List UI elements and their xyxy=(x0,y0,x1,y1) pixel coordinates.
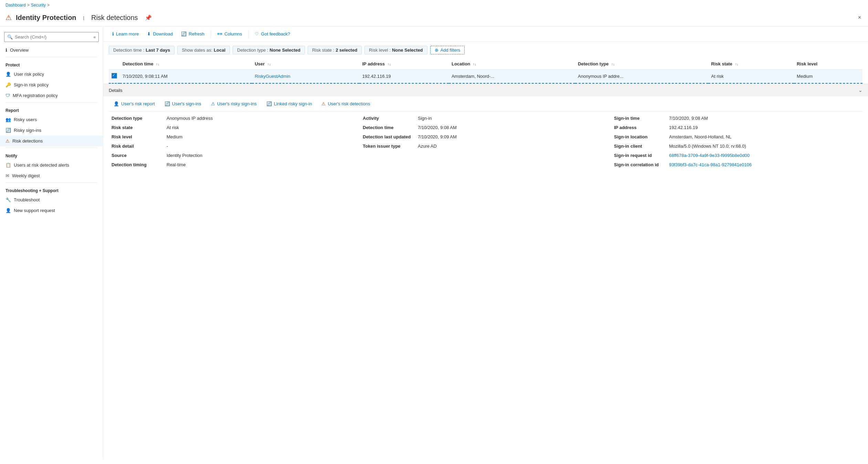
tab-signins-icon: 🔄 xyxy=(165,101,170,106)
filter-detection-time[interactable]: Detection time : Last 7 days xyxy=(109,46,174,54)
refresh-icon: 🔄 xyxy=(181,31,187,36)
row-detection-time: 7/10/2020, 9:08:11 AM xyxy=(120,70,252,84)
sort-icon-ip: ↑↓ xyxy=(388,62,391,66)
sidebar-item-mfa-policy[interactable]: 🛡 MFA registration policy xyxy=(0,90,103,101)
tab-linked-risky[interactable]: 🔄 Linked risky sign-in xyxy=(262,99,317,108)
close-button[interactable]: × xyxy=(857,13,862,22)
row-checkbox[interactable] xyxy=(109,70,120,84)
filter-show-dates[interactable]: Show dates as: Local xyxy=(177,46,230,54)
col-user[interactable]: User ↑↓ xyxy=(252,59,359,70)
columns-button[interactable]: ≡≡ Columns xyxy=(214,29,245,39)
search-input[interactable] xyxy=(15,34,91,40)
sidebar-item-risk-detections[interactable]: ⚠ Risk detections xyxy=(0,136,103,146)
page-title: Identity Protection xyxy=(16,14,76,22)
learn-more-button[interactable]: ℹ Learn more xyxy=(109,29,142,39)
nav-divider-4 xyxy=(6,182,97,183)
details-grid: Detection type Anonymous IP address Risk… xyxy=(109,112,862,176)
collapse-button[interactable]: « xyxy=(93,35,96,40)
support-icon: 👤 xyxy=(6,208,11,213)
detail-row-risk-state: Risk state At risk xyxy=(112,125,357,130)
detail-row-signin-time: Sign-in time 7/10/2020, 9:08 AM xyxy=(614,116,860,121)
col-location[interactable]: Location ↑↓ xyxy=(449,59,575,70)
filter-detection-type[interactable]: Detection type : None Selected xyxy=(233,46,305,54)
tab-users-signins[interactable]: 🔄 User's sign-ins xyxy=(160,99,206,108)
risk-detections-icon: ⚠ xyxy=(6,138,10,144)
col-risk-level[interactable]: Risk level xyxy=(794,59,862,70)
chevron-down-icon: ⌄ xyxy=(858,87,862,93)
row-risk-level: Medium xyxy=(794,70,862,84)
tab-risky-icon: ⚠ xyxy=(211,101,215,106)
detail-row-risk-level: Risk level Medium xyxy=(112,134,357,139)
col-detection-type[interactable]: Detection type ↑↓ xyxy=(575,59,708,70)
table-header-row: Detection time ↑↓ User ↑↓ IP address ↑↓ xyxy=(109,59,862,70)
sidebar-item-weekly-digest[interactable]: ✉ Weekly digest xyxy=(0,170,103,181)
filter-risk-state[interactable]: Risk state : 2 selected xyxy=(308,46,362,54)
nav-divider xyxy=(6,57,97,57)
user-icon: 👤 xyxy=(6,72,11,77)
download-icon: ⬇ xyxy=(147,31,151,36)
sidebar-item-risky-signins[interactable]: 🔄 Risky sign-ins xyxy=(0,125,103,136)
request-id-link[interactable]: 68ff678a-3709-4a9f-9e33-f9995b8e0d00 xyxy=(669,153,750,158)
toolbar-divider xyxy=(211,30,211,38)
overview-icon: ℹ xyxy=(6,48,7,53)
detail-row-signin-location: Sign-in location Amsterdam, Noord-Hollan… xyxy=(614,134,860,139)
details-col1: Detection type Anonymous IP address Risk… xyxy=(109,116,360,171)
sort-icon: ↑↓ xyxy=(156,62,159,66)
breadcrumb-security[interactable]: Security xyxy=(31,3,46,8)
col-detection-time[interactable]: Detection time ↑↓ xyxy=(120,59,252,70)
sub-tabs: 👤 User's risk report 🔄 User's sign-ins ⚠… xyxy=(109,96,862,112)
notify-section-label: Notify xyxy=(0,149,103,160)
sidebar-item-risky-users[interactable]: 👥 Risky users xyxy=(0,114,103,125)
feedback-button[interactable]: ♡ Got feedback? xyxy=(251,29,294,39)
details-content: 👤 User's risk report 🔄 User's sign-ins ⚠… xyxy=(103,96,868,176)
mail-icon: ✉ xyxy=(6,173,9,178)
download-button[interactable]: ⬇ Download xyxy=(144,29,176,39)
pin-icon[interactable]: 📌 xyxy=(145,14,152,21)
tab-users-risk-icon: 👤 xyxy=(114,101,119,106)
sort-icon-risk-state: ↑↓ xyxy=(735,62,738,66)
sort-icon-location: ↑↓ xyxy=(473,62,476,66)
sidebar-item-new-support[interactable]: 👤 New support request xyxy=(0,205,103,216)
search-box[interactable]: 🔍 « xyxy=(4,32,99,42)
breadcrumb: Dashboard > Security > xyxy=(0,0,868,10)
detail-row-risk-detail: Risk detail - xyxy=(112,144,357,149)
support-section-label: Troubleshooting + Support xyxy=(0,184,103,194)
filter-risk-level[interactable]: Risk level : None Selected xyxy=(364,46,427,54)
tab-risk-detections[interactable]: ⚠ User's risk detections xyxy=(317,99,375,108)
content-area: ℹ Learn more ⬇ Download 🔄 Refresh ≡≡ Col… xyxy=(103,27,868,460)
detail-row-source: Source Identity Protection xyxy=(112,153,357,158)
col-risk-state[interactable]: Risk state ↑↓ xyxy=(708,59,794,70)
details-bar[interactable]: Details ⌄ xyxy=(103,84,868,96)
col-ip[interactable]: IP address ↑↓ xyxy=(359,59,448,70)
risky-users-icon: 👥 xyxy=(6,117,11,122)
alert-icon: 📋 xyxy=(6,162,11,168)
table-row[interactable]: 7/10/2020, 9:08:11 AM RiskyGuestAdmin 19… xyxy=(109,70,862,84)
tab-risky-signins[interactable]: ⚠ User's risky sign-ins xyxy=(206,99,262,108)
sidebar-item-risk-alerts[interactable]: 📋 Users at risk detected alerts xyxy=(0,160,103,170)
table-container: Detection time ↑↓ User ↑↓ IP address ↑↓ xyxy=(103,59,868,84)
correlation-id-link[interactable]: 93f39bf3-da7c-41ca-98a1-9279841e0106 xyxy=(669,162,752,167)
detail-row-ip-address: IP address 192.42.116.19 xyxy=(614,125,860,130)
sidebar-item-signin-risk-policy[interactable]: 🔑 Sign-in risk policy xyxy=(0,80,103,90)
detail-row-signin-client: Sign-in client Mozilla/5.0 (Windows NT 1… xyxy=(614,144,860,149)
add-filter-button[interactable]: ⊕ Add filters xyxy=(430,46,465,54)
breadcrumb-dashboard[interactable]: Dashboard xyxy=(6,3,26,8)
sidebar-item-troubleshoot[interactable]: 🔧 Troubleshoot xyxy=(0,194,103,205)
tab-linked-icon: 🔄 xyxy=(266,101,272,106)
page-header: ⚠ Identity Protection | Risk detections … xyxy=(0,10,868,27)
heart-icon: ♡ xyxy=(255,31,259,36)
tab-users-risk-report[interactable]: 👤 User's risk report xyxy=(109,99,160,108)
detail-row-timing: Detection timing Real-time xyxy=(112,162,357,167)
row-detection-type: Anonymous IP addre... xyxy=(575,70,708,84)
search-icon: 🔍 xyxy=(7,34,13,40)
sidebar-item-user-risk-policy[interactable]: 👤 User risk policy xyxy=(0,69,103,80)
row-risk-state: At risk xyxy=(708,70,794,84)
sidebar-item-overview[interactable]: ℹ Overview xyxy=(0,45,103,55)
sort-icon-detection-type: ↑↓ xyxy=(611,62,615,66)
row-location: Amsterdam, Noord-... xyxy=(449,70,575,84)
sort-icon-user: ↑↓ xyxy=(267,62,271,66)
key-icon: 🔑 xyxy=(6,82,11,87)
columns-icon: ≡≡ xyxy=(217,31,222,36)
refresh-button[interactable]: 🔄 Refresh xyxy=(178,29,208,39)
risky-signins-icon: 🔄 xyxy=(6,128,11,133)
